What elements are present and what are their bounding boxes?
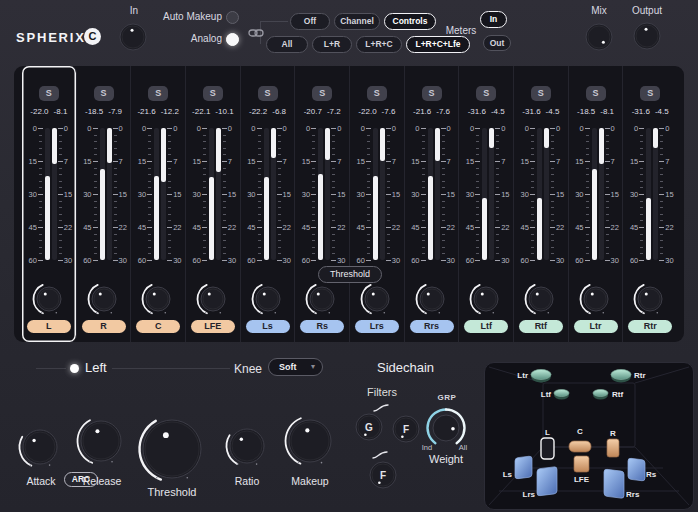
knee-select[interactable]: Soft ▾ (268, 358, 323, 376)
meter-major-tick (147, 260, 152, 261)
analog-toggle[interactable] (226, 33, 239, 46)
ratio-knob[interactable] (223, 422, 271, 470)
gr-meter-bar (544, 128, 549, 148)
channel-strip-Ltf[interactable]: S-31.6-4.501530456007152230Ltf (459, 66, 514, 342)
channel-strip-Rtf[interactable]: S-31.6-4.501530456007152230Rtf (514, 66, 569, 342)
channel-strip-Rtr[interactable]: S-31.6-4.501530456007152230Rtr (623, 66, 677, 342)
channel-threshold-knob[interactable] (577, 280, 615, 318)
channel-threshold-knob[interactable] (30, 280, 68, 318)
speaker-Ls[interactable] (515, 456, 532, 479)
channel-strip-Ls[interactable]: S-22.2-6.801530456007152230Ls (241, 66, 296, 342)
meter-major-tick (311, 161, 316, 162)
link-group-l-r-c-lfe-button[interactable]: L+R+C+Lfe (406, 36, 470, 53)
sidechain-filter-gain-knob[interactable]: G (353, 411, 385, 443)
solo-button-Rrs[interactable]: S (422, 86, 442, 101)
gain-reduction-readout: -8.1 (54, 107, 68, 116)
speaker-L[interactable] (541, 438, 554, 459)
channel-label-Ltr[interactable]: Ltr (574, 320, 618, 333)
channel-label-C[interactable]: C (136, 320, 180, 333)
release-knob[interactable] (74, 414, 128, 468)
solo-button-LFE[interactable]: S (203, 86, 223, 101)
solo-button-L[interactable]: S (39, 86, 59, 101)
channel-label-Rrs[interactable]: Rrs (410, 320, 454, 333)
link-group-l-r-button[interactable]: L+R (312, 36, 352, 53)
link-group-channel-button[interactable]: Channel (334, 13, 380, 30)
link-group-l-r-c-button[interactable]: L+R+C (356, 36, 402, 53)
channel-label-Rtf[interactable]: Rtf (519, 320, 563, 333)
level-scale-label: 45 (245, 223, 256, 232)
channel-threshold-knob[interactable] (139, 280, 177, 318)
makeup-knob[interactable] (282, 413, 338, 469)
level-scale-label: 30 (518, 190, 529, 199)
channel-strip-L[interactable]: S-22.0-8.101530456007152230L (22, 66, 77, 342)
speaker-C[interactable] (569, 441, 591, 452)
channel-threshold-knob[interactable] (631, 280, 669, 318)
channel-label-Ls[interactable]: Ls (246, 320, 290, 333)
link-group-off-button[interactable]: Off (290, 13, 330, 30)
channel-label-Lrs[interactable]: Lrs (355, 320, 399, 333)
speaker-Rrs[interactable] (604, 469, 624, 498)
channel-threshold-knob[interactable] (85, 280, 123, 318)
solo-button-Ls[interactable]: S (258, 86, 278, 101)
channel-label-Rs[interactable]: Rs (300, 320, 344, 333)
meter-readouts: -21.6-12.2 (131, 107, 185, 116)
link-group-all-button[interactable]: All (266, 36, 308, 53)
meters-out-button[interactable]: Out (483, 35, 511, 51)
channel-threshold-knob[interactable] (303, 280, 341, 318)
speaker-R[interactable] (607, 439, 619, 457)
channel-threshold-knob[interactable] (522, 280, 560, 318)
solo-button-R[interactable]: S (94, 86, 114, 101)
auto-makeup-toggle[interactable] (226, 11, 239, 24)
channel-strip-Rrs[interactable]: S-21.6-7.601530456007152230Rrs (405, 66, 460, 342)
channel-threshold-knob[interactable] (249, 280, 287, 318)
channel-label-Ltf[interactable]: Ltf (464, 320, 508, 333)
chevron-down-icon: ▾ (311, 359, 315, 375)
meter-major-tick (222, 128, 227, 129)
solo-button-Rs[interactable]: S (312, 86, 332, 101)
channel-threshold-knob[interactable] (467, 280, 505, 318)
output-knob[interactable] (631, 20, 663, 52)
solo-button-Lrs[interactable]: S (367, 86, 387, 101)
mix-knob[interactable] (583, 21, 615, 53)
gr-meter-track (325, 128, 330, 260)
channel-strip-C[interactable]: S-21.6-12.201530456007152230C (131, 66, 186, 342)
channel-threshold-knob[interactable] (358, 280, 396, 318)
channel-label-LFE[interactable]: LFE (191, 320, 235, 333)
solo-button-C[interactable]: S (148, 86, 168, 101)
channel-strip-R[interactable]: S-18.5-7.901530456007152230R (77, 66, 132, 342)
threshold-knob[interactable] (136, 413, 208, 485)
sidechain-filter-freq1-knob[interactable]: F (390, 413, 422, 445)
solo-button-Rtr[interactable]: S (640, 86, 660, 101)
speaker-Lrs[interactable] (537, 467, 557, 496)
solo-button-Ltf[interactable]: S (476, 86, 496, 101)
sidechain-filter-freq2-knob[interactable]: F (367, 459, 399, 491)
speaker-Rs[interactable] (628, 458, 645, 481)
channel-strip-Rs[interactable]: S-20.7-7.201530456007152230Rs (295, 66, 350, 342)
channel-label-R[interactable]: R (82, 320, 126, 333)
solo-button-Rtf[interactable]: S (531, 86, 551, 101)
channel-strip-Ltr[interactable]: S-18.5-8.101530456007152230Ltr (569, 66, 624, 342)
channel-strip-Lrs[interactable]: S-22.0-7.601530456007152230Lrs (350, 66, 405, 342)
meter-readouts: -31.6-4.5 (459, 107, 513, 116)
solo-button-Ltr[interactable]: S (586, 86, 606, 101)
channel-threshold-knob[interactable] (194, 280, 232, 318)
attack-knob[interactable] (16, 423, 64, 471)
channel-threshold-knob[interactable] (413, 280, 451, 318)
channel-label-L[interactable]: L (27, 320, 71, 333)
shelf-filter-icon (373, 399, 389, 409)
level-scale-label: 45 (135, 223, 146, 232)
meter-major-tick (530, 194, 535, 195)
meters-in-button[interactable]: In (480, 11, 507, 28)
gr-meter-bar (107, 128, 112, 163)
gr-scale-label: 15 (665, 190, 676, 199)
input-knob[interactable] (117, 21, 149, 53)
meter-readouts: -18.5-7.9 (77, 107, 131, 116)
channel-label-Rtr[interactable]: Rtr (628, 320, 672, 333)
gain-reduction-readout: -4.5 (546, 107, 560, 116)
level-scale-label: 0 (81, 124, 92, 133)
link-group-controls-button[interactable]: Controls (384, 13, 436, 30)
channel-strip-LFE[interactable]: S-22.1-10.101530456007152230LFE (186, 66, 241, 342)
gr-scale-label: 0 (611, 124, 622, 133)
level-readout: -18.5 (85, 107, 103, 116)
speaker-LFE[interactable] (574, 456, 589, 472)
